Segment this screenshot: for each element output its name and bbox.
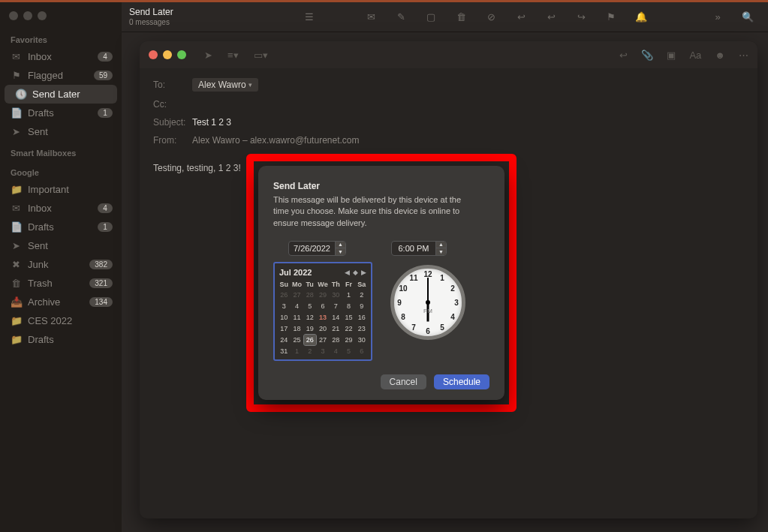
filter-icon[interactable]: ☰ (303, 11, 316, 24)
calendar-day[interactable]: 8 (342, 301, 354, 311)
sidebar-item-ces-2022[interactable]: 📁CES 2022 (0, 311, 122, 330)
calendar-day-out[interactable]: 5 (342, 346, 354, 356)
calendar-day[interactable]: 14 (330, 312, 342, 323)
subject-row[interactable]: Subject: Test 1 2 3 (153, 113, 744, 131)
calendar[interactable]: Jul 2022 ◀ ◆ ▶ SuMoTuWeThFrSa26272829301… (273, 262, 372, 361)
schedule-button[interactable]: Schedule (434, 374, 489, 389)
calendar-day[interactable]: 16 (356, 312, 368, 323)
forward-icon[interactable]: ↪ (574, 11, 588, 24)
calendar-day[interactable]: 21 (330, 323, 342, 334)
sidebar-item-inbox[interactable]: ✉Inbox4 (0, 47, 122, 66)
compose-minimize[interactable] (163, 50, 172, 59)
cal-today-icon[interactable]: ◆ (353, 269, 358, 276)
overflow-icon[interactable]: » (711, 11, 724, 24)
calendar-day[interactable]: 15 (342, 312, 354, 323)
sidebar-item-inbox[interactable]: ✉Inbox4 (0, 199, 122, 218)
cal-prev-icon[interactable]: ◀ (345, 269, 350, 276)
from-row[interactable]: From: Alex Wawro – alex.wawro@futurenet.… (153, 131, 744, 149)
junk-icon[interactable]: ⊘ (484, 11, 498, 24)
emoji-icon[interactable]: ☻ (715, 50, 725, 61)
calendar-day[interactable]: 23 (356, 323, 368, 334)
calendar-day[interactable]: 27 (317, 335, 329, 345)
calendar-day[interactable]: 29 (342, 335, 354, 345)
calendar-day-out[interactable]: 3 (317, 346, 329, 356)
attach-icon[interactable]: 📎 (641, 50, 653, 61)
calendar-day-out[interactable]: 27 (291, 290, 303, 300)
calendar-day-out[interactable]: 6 (356, 346, 368, 356)
time-stepper[interactable]: 6:00 PM ▲▼ (391, 241, 447, 256)
time-field[interactable]: 6:00 PM (392, 244, 435, 253)
sidebar-item-archive[interactable]: 📥Archive134 (0, 293, 122, 311)
reply-icon[interactable]: ↩ (619, 50, 628, 61)
compose-zoom[interactable] (177, 50, 186, 59)
calendar-day[interactable]: 7 (330, 301, 342, 311)
calendar-day[interactable]: 28 (330, 335, 342, 345)
calendar-day-out[interactable]: 26 (278, 290, 290, 300)
calendar-day[interactable]: 12 (304, 312, 316, 323)
cancel-button[interactable]: Cancel (381, 374, 426, 389)
calendar-day[interactable]: 1 (342, 290, 354, 300)
traffic-zoom[interactable] (38, 11, 47, 20)
send-icon[interactable]: ➤ (204, 50, 212, 61)
sidebar-item-junk[interactable]: ✖Junk382 (0, 255, 122, 274)
calendar-day[interactable]: 31 (278, 346, 290, 356)
sidebar-item-flagged[interactable]: ⚑Flagged59 (0, 66, 122, 85)
cal-next-icon[interactable]: ▶ (361, 269, 366, 276)
calendar-day[interactable]: 2 (356, 290, 368, 300)
calendar-day-out[interactable]: 30 (330, 290, 342, 300)
calendar-day[interactable]: 11 (291, 312, 303, 323)
compose-icon[interactable]: ✎ (394, 11, 408, 24)
calendar-day-out[interactable]: 1 (291, 346, 303, 356)
calendar-day[interactable]: 22 (342, 323, 354, 334)
format-icon[interactable]: Aa (689, 50, 701, 61)
calendar-day[interactable]: 17 (278, 323, 290, 334)
sidebar-item-drafts[interactable]: 📁Drafts (0, 330, 122, 349)
search-icon[interactable]: 🔍 (741, 11, 754, 24)
to-row[interactable]: To: Alex Wawro ▾ (153, 74, 744, 95)
calendar-day-out[interactable]: 2 (304, 346, 316, 356)
calendar-day[interactable]: 9 (356, 301, 368, 311)
calendar-day[interactable]: 13 (317, 312, 329, 323)
calendar-day[interactable]: 6 (317, 301, 329, 311)
priority-icon[interactable]: ▭▾ (254, 50, 268, 61)
calendar-day[interactable]: 4 (291, 301, 303, 311)
envelope-icon[interactable]: ✉ (364, 11, 378, 24)
calendar-day[interactable]: 30 (356, 335, 368, 345)
compose-close[interactable] (149, 50, 158, 59)
compose-body[interactable]: Testing, testing, 1 2 3! Send Later This… (140, 154, 757, 518)
sidebar-item-important[interactable]: 📁Important (0, 180, 122, 199)
traffic-minimize[interactable] (23, 11, 32, 20)
sidebar-item-send-later[interactable]: 🕔Send Later (5, 85, 117, 104)
sidebar-item-sent[interactable]: ➤Sent (0, 122, 122, 141)
time-stepper-arrows[interactable]: ▲▼ (435, 241, 446, 256)
reply-all-icon[interactable]: ↩ (544, 11, 558, 24)
date-stepper[interactable]: 7/26/2022 ▲▼ (288, 241, 346, 256)
date-stepper-arrows[interactable]: ▲▼ (335, 241, 345, 256)
sidebar-item-drafts[interactable]: 📄Drafts1 (0, 104, 122, 122)
calendar-day[interactable]: 25 (291, 335, 303, 345)
recipient-chip[interactable]: Alex Wawro ▾ (192, 78, 258, 92)
sidebar-item-drafts[interactable]: 📄Drafts1 (0, 218, 122, 236)
calendar-day[interactable]: 20 (317, 323, 329, 334)
calendar-day[interactable]: 10 (278, 312, 290, 323)
reply-icon[interactable]: ↩ (514, 11, 528, 24)
calendar-day[interactable]: 5 (304, 301, 316, 311)
calendar-day[interactable]: 18 (291, 323, 303, 334)
calendar-day-out[interactable]: 4 (330, 346, 342, 356)
calendar-day[interactable]: 3 (278, 301, 290, 311)
calendar-day[interactable]: 19 (304, 323, 316, 334)
trash-icon[interactable]: 🗑 (454, 11, 468, 24)
sidebar-item-trash[interactable]: 🗑Trash321 (0, 274, 122, 293)
traffic-close[interactable] (9, 11, 18, 20)
calendar-day[interactable]: 26 (304, 335, 316, 345)
flag-icon[interactable]: ⚑ (604, 11, 618, 24)
calendar-day-out[interactable]: 28 (304, 290, 316, 300)
date-field[interactable]: 7/26/2022 (289, 244, 335, 253)
more-icon[interactable]: ⋯ (739, 50, 748, 61)
calendar-nav[interactable]: ◀ ◆ ▶ (345, 269, 366, 276)
archive-icon[interactable]: ▢ (424, 11, 438, 24)
photo-icon[interactable]: ▣ (667, 50, 676, 61)
header-fields-icon[interactable]: ≡▾ (227, 50, 239, 61)
mute-icon[interactable]: 🔔 (634, 11, 648, 24)
calendar-day[interactable]: 24 (278, 335, 290, 345)
